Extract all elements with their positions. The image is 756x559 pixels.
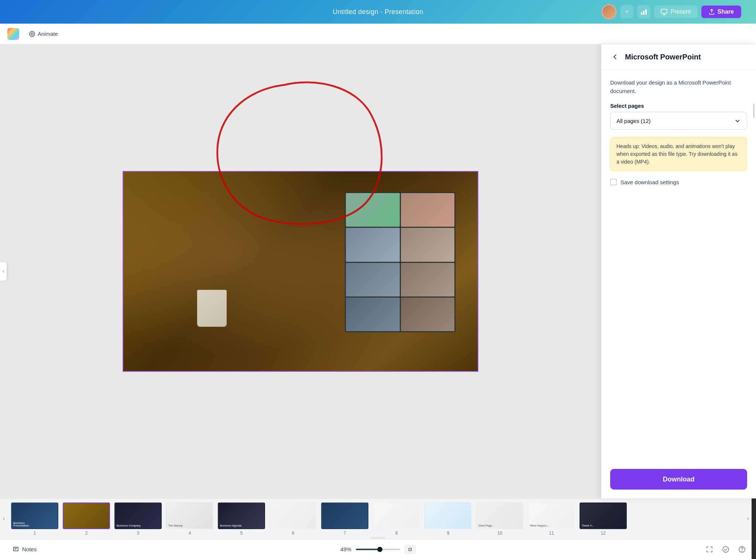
thumb-image-6: [269, 503, 317, 529]
fullscreen-icon[interactable]: [704, 544, 715, 555]
thumb-image-10: Chart Page: [476, 503, 523, 529]
left-collapse-button[interactable]: ‹: [0, 262, 7, 281]
thumbnail-9[interactable]: 9: [425, 503, 472, 536]
top-bar: Untitled design - Presentation + Present…: [0, 0, 756, 24]
thumbnail-7[interactable]: 7: [321, 503, 368, 536]
panel-back-button[interactable]: [610, 52, 621, 62]
right-panel: Microsoft PowerPoint Download your desig…: [601, 44, 756, 498]
analytics-icon[interactable]: [637, 5, 650, 18]
video-cell: [346, 263, 400, 296]
share-button[interactable]: Share: [701, 6, 741, 18]
logo-icon: [7, 28, 19, 40]
save-settings-checkbox[interactable]: [610, 179, 617, 185]
svg-point-12: [742, 551, 742, 551]
thumb-image-11: What Happen...: [528, 503, 575, 529]
select-pages-label: Select pages: [610, 103, 747, 109]
help-icon[interactable]: [737, 544, 747, 555]
warning-text: Heads up: Videos, audio, and animations …: [616, 143, 738, 165]
thumbnail-4[interactable]: The Startup 4: [166, 503, 213, 536]
download-label: Download: [663, 476, 695, 483]
present-label: Present: [670, 8, 691, 15]
svg-point-7: [31, 33, 33, 35]
add-button[interactable]: +: [620, 5, 633, 18]
panel-description: Download your design as a Microsoft Powe…: [610, 79, 747, 95]
notes-label: Notes: [22, 546, 37, 552]
thumb-num-4: 4: [189, 531, 191, 536]
toolbar: Animate: [0, 24, 756, 44]
zoom-value: 49%: [340, 546, 351, 552]
thumbnail-8[interactable]: 8: [373, 503, 420, 536]
present-button[interactable]: Present: [654, 6, 697, 18]
thumb-text-4: The Startup: [168, 524, 183, 527]
mug-decoration: [197, 290, 227, 327]
bottom-bar: Notes 49% ⊡: [0, 539, 756, 559]
thumb-text-10: Chart Page: [478, 524, 492, 527]
warning-box: Heads up: Videos, audio, and animations …: [610, 137, 747, 171]
canvas-area: [0, 44, 601, 498]
zoom-fit-button[interactable]: ⊡: [405, 545, 416, 554]
svg-rect-1: [643, 11, 645, 15]
thumbnail-10[interactable]: Chart Page 10: [476, 503, 523, 536]
thumb-image-2: [63, 503, 110, 529]
thumb-num-10: 10: [497, 531, 502, 536]
video-cell: [401, 193, 455, 227]
video-cell: [346, 298, 400, 331]
thumb-image-7: [321, 503, 368, 529]
thumb-image-4: The Startup: [166, 503, 213, 529]
thumb-text-11: What Happen...: [530, 524, 549, 527]
zoom-controls: 49% ⊡: [340, 545, 416, 554]
panel-title: Microsoft PowerPoint: [625, 53, 701, 61]
zoom-slider-thumb[interactable]: [377, 547, 382, 552]
thumb-num-6: 6: [292, 531, 295, 536]
share-label: Share: [718, 8, 734, 15]
save-settings-label: Save download settings: [621, 179, 679, 185]
thumbnail-strip: ∨ ‹ BusinessPresentation 1 2 Business Co…: [0, 498, 756, 539]
main-area: ‹: [0, 44, 756, 498]
zoom-slider[interactable]: [356, 549, 400, 550]
pages-select-dropdown[interactable]: All pages (12): [610, 112, 747, 130]
video-cell: [401, 298, 455, 331]
select-pages-section: Select pages All pages (12): [610, 103, 747, 130]
slide-canvas: [123, 171, 478, 372]
avatar[interactable]: [602, 4, 616, 19]
thumbnail-1[interactable]: BusinessPresentation 1: [11, 503, 58, 536]
svg-rect-2: [645, 9, 647, 15]
thumbnail-6[interactable]: 6: [269, 503, 317, 536]
checkmark-icon[interactable]: [721, 544, 731, 555]
thumb-image-9: [425, 503, 472, 529]
svg-point-6: [30, 31, 35, 37]
thumb-image-8: [373, 503, 420, 529]
thumbnail-scroll-left[interactable]: ‹: [3, 515, 9, 523]
thumbnail-5[interactable]: Business Agenda 5: [218, 503, 265, 536]
download-button[interactable]: Download: [610, 469, 747, 490]
pages-select-value: All pages (12): [616, 118, 651, 124]
thumb-image-5: Business Agenda: [218, 503, 265, 529]
video-cell: [346, 193, 400, 227]
video-cell: [401, 228, 455, 261]
thumb-image-3: Business Company: [114, 503, 162, 529]
thumbnail-12[interactable]: Thank Y... 12: [580, 503, 627, 536]
thumb-num-7: 7: [344, 531, 346, 536]
thumb-num-2: 2: [85, 531, 88, 536]
document-title: Untitled design - Presentation: [333, 8, 423, 16]
video-grid: [345, 192, 456, 332]
thumb-num-11: 11: [549, 531, 554, 536]
thumbnail-2[interactable]: 2: [63, 503, 110, 536]
strip-collapse-button[interactable]: ∨: [371, 537, 385, 539]
thumb-text-5: Business Agenda: [220, 524, 241, 527]
panel-scrollbar: [753, 103, 755, 118]
thumbnail-11[interactable]: What Happen... 11: [528, 503, 575, 536]
thumbnail-3[interactable]: Business Company 3: [114, 503, 162, 536]
notes-button[interactable]: Notes: [9, 544, 40, 555]
thumb-image-12: Thank Y...: [580, 503, 627, 529]
top-bar-actions: + Present Share: [602, 4, 741, 19]
thumb-text-1: BusinessPresentation: [13, 522, 29, 527]
save-settings-row: Save download settings: [610, 179, 747, 185]
thumb-text-12: Thank Y...: [582, 524, 594, 527]
thumb-num-3: 3: [137, 531, 140, 536]
svg-rect-0: [641, 12, 642, 15]
slide-image: [123, 172, 478, 371]
animate-button[interactable]: Animate: [25, 28, 62, 40]
thumb-num-5: 5: [240, 531, 243, 536]
svg-rect-3: [661, 9, 667, 13]
